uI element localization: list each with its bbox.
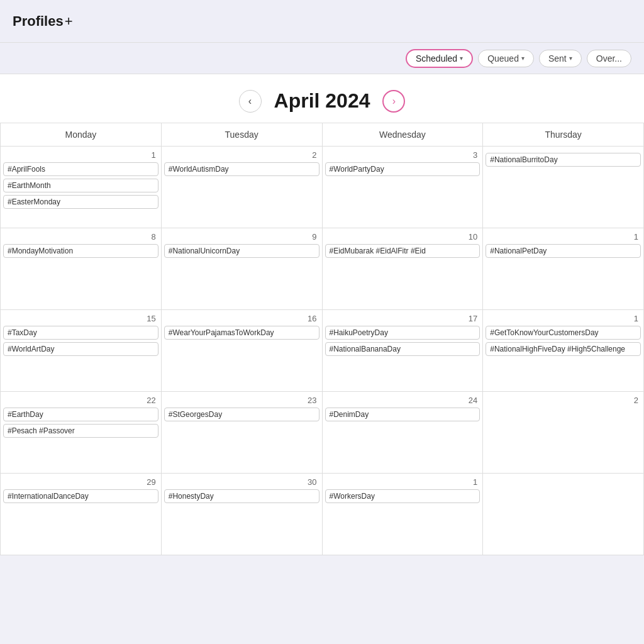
day-number-w2-d1: 16 <box>164 313 319 326</box>
cell-content-w0-d3: #NationalBurritoDay <box>486 153 641 216</box>
tag-pill-w1-d3-t0[interactable]: #NationalPetDay <box>486 244 641 258</box>
calendar-cell-w4-d2[interactable]: 1#WorkersDay <box>322 474 483 555</box>
calendar-cell-w1-d2[interactable]: 10#EidMubarak #EidAlFitr #Eid <box>322 228 483 310</box>
calendar-week-0: 1#AprilFools#EarthMonth#EasterMonday2#Wo… <box>1 147 644 228</box>
tag-pill-w2-d2-t0[interactable]: #HaikuPoetryDay <box>325 326 480 340</box>
calendar-header-row: Monday Tuesday Wednesday Thursday <box>1 123 644 147</box>
cell-content-w2-d3: #GetToKnowYourCustomersDay#NationalHighF… <box>486 326 641 389</box>
day-number-w1-d2: 10 <box>325 231 480 244</box>
cell-content-w3-d1: #StGeorgesDay <box>164 408 319 470</box>
tag-pill-w3-d1-t0[interactable]: #StGeorgesDay <box>164 408 319 421</box>
tag-pill-w1-d0-t0[interactable]: #MondayMotivation <box>3 244 158 258</box>
tab-sent[interactable]: Sent ▾ <box>539 50 582 67</box>
cell-content-w3-d3 <box>486 408 641 470</box>
day-number-w4-d0: 29 <box>3 476 158 489</box>
calendar-cell-w3-d1[interactable]: 23#StGeorgesDay <box>161 392 322 474</box>
calendar-cell-w2-d1[interactable]: 16#WearYourPajamasToWorkDay <box>161 310 322 392</box>
day-number-w2-d2: 17 <box>325 313 480 326</box>
tag-pill-w0-d0-t0[interactable]: #AprilFools <box>3 162 158 176</box>
cell-content-w2-d1: #WearYourPajamasToWorkDay <box>164 326 319 389</box>
calendar-cell-w1-d3[interactable]: 1#NationalPetDay <box>483 228 644 310</box>
calendar-cell-w2-d2[interactable]: 17#HaikuPoetryDay#NationalBananaDay <box>322 310 483 392</box>
calendar-cell-w3-d3[interactable]: 2 <box>483 392 644 474</box>
tab-sent-arrow: ▾ <box>569 55 572 62</box>
day-number-w4-d2: 1 <box>325 476 480 489</box>
calendar-cell-w2-d3[interactable]: 1#GetToKnowYourCustomersDay#NationalHigh… <box>483 310 644 392</box>
tag-pill-w3-d0-t1[interactable]: #Pesach #Passover <box>3 424 158 438</box>
calendar-week-4: 29#InternationalDanceDay30#HonestyDay1#W… <box>1 474 644 555</box>
day-number-w3-d0: 22 <box>3 394 158 408</box>
tab-overview-label: Over... <box>596 53 622 64</box>
calendar-nav: ‹ April 2024 › <box>0 74 644 123</box>
tag-pill-w2-d0-t0[interactable]: #TaxDay <box>3 326 158 340</box>
calendar-cell-w0-d1[interactable]: 2#WorldAutismDay <box>161 147 322 228</box>
tag-pill-w2-d2-t1[interactable]: #NationalBananaDay <box>325 342 480 356</box>
cell-content-w1-d0: #MondayMotivation <box>3 244 158 307</box>
tag-pill-w1-d2-t0[interactable]: #EidMubarak #EidAlFitr #Eid <box>325 244 480 258</box>
cell-content-w0-d2: #WorldPartyDay <box>325 162 480 225</box>
tag-pill-w0-d3-t0[interactable]: #NationalBurritoDay <box>486 153 641 167</box>
calendar-cell-w1-d1[interactable]: 9#NationalUnicornDay <box>161 228 322 310</box>
calendar-cell-w1-d0[interactable]: 8#MondayMotivation <box>1 228 162 310</box>
tab-scheduled[interactable]: Scheduled ▾ <box>406 49 473 68</box>
tag-pill-w0-d0-t1[interactable]: #EarthMonth <box>3 179 158 192</box>
calendar-cell-w3-d2[interactable]: 24#DenimDay <box>322 392 483 474</box>
calendar-cell-w4-d1[interactable]: 30#HonestyDay <box>161 474 322 555</box>
tag-pill-w2-d3-t0[interactable]: #GetToKnowYourCustomersDay <box>486 326 641 340</box>
tag-pill-w0-d1-t0[interactable]: #WorldAutismDay <box>164 162 319 176</box>
cell-content-w4-d3 <box>486 480 641 543</box>
calendar-week-2: 15#TaxDay#WorldArtDay16#WearYourPajamasT… <box>1 310 644 392</box>
tag-pill-w4-d1-t0[interactable]: #HonestyDay <box>164 489 319 503</box>
calendar-table: Monday Tuesday Wednesday Thursday 1#Apri… <box>0 123 644 555</box>
day-number-w3-d3: 2 <box>486 394 641 408</box>
cell-content-w3-d0: #EarthDay#Pesach #Passover <box>3 408 158 470</box>
cell-content-w1-d3: #NationalPetDay <box>486 244 641 307</box>
cell-content-w2-d0: #TaxDay#WorldArtDay <box>3 326 158 389</box>
header-wednesday: Wednesday <box>322 123 483 147</box>
cell-content-w0-d0: #AprilFools#EarthMonth#EasterMonday <box>3 162 158 225</box>
tag-pill-w0-d0-t2[interactable]: #EasterMonday <box>3 195 158 209</box>
header-thursday: Thursday <box>483 123 644 147</box>
header-monday: Monday <box>1 123 162 147</box>
cell-content-w1-d1: #NationalUnicornDay <box>164 244 319 307</box>
day-number-w3-d2: 24 <box>325 394 480 408</box>
calendar-week-3: 22#EarthDay#Pesach #Passover23#StGeorges… <box>1 392 644 474</box>
calendar-cell-w4-d0[interactable]: 29#InternationalDanceDay <box>1 474 162 555</box>
day-number-w1-d1: 9 <box>164 231 319 244</box>
tab-overview[interactable]: Over... <box>587 50 631 67</box>
tag-pill-w3-d0-t0[interactable]: #EarthDay <box>3 408 158 421</box>
tag-pill-w2-d1-t0[interactable]: #WearYourPajamasToWorkDay <box>164 326 319 340</box>
cell-content-w0-d1: #WorldAutismDay <box>164 162 319 225</box>
calendar-cell-w2-d0[interactable]: 15#TaxDay#WorldArtDay <box>1 310 162 392</box>
calendar-cell-w0-d2[interactable]: 3#WorldPartyDay <box>322 147 483 228</box>
prev-month-button[interactable]: ‹ <box>239 90 262 113</box>
next-month-button[interactable]: › <box>382 90 405 113</box>
day-number-w0-d0: 1 <box>3 149 158 162</box>
profiles-plus-button[interactable]: + <box>65 13 73 30</box>
tag-pill-w4-d0-t0[interactable]: #InternationalDanceDay <box>3 489 158 503</box>
tag-pill-w0-d2-t0[interactable]: #WorldPartyDay <box>325 162 480 176</box>
day-number-w0-d1: 2 <box>164 149 319 162</box>
tab-queued-label: Queued <box>487 53 519 64</box>
tag-pill-w1-d1-t0[interactable]: #NationalUnicornDay <box>164 244 319 258</box>
month-title: April 2024 <box>274 89 370 113</box>
tag-pill-w2-d0-t1[interactable]: #WorldArtDay <box>3 342 158 356</box>
tab-scheduled-arrow: ▾ <box>460 55 463 62</box>
calendar-cell-w0-d3[interactable]: #NationalBurritoDay <box>483 147 644 228</box>
tag-pill-w2-d3-t1[interactable]: #NationalHighFiveDay #High5Challenge <box>486 342 641 356</box>
calendar-cell-w4-d3[interactable] <box>483 474 644 555</box>
tab-bar: Scheduled ▾ Queued ▾ Sent ▾ Over... <box>0 43 644 74</box>
cell-content-w4-d1: #HonestyDay <box>164 489 319 552</box>
calendar-cell-w0-d0[interactable]: 1#AprilFools#EarthMonth#EasterMonday <box>1 147 162 228</box>
tag-pill-w3-d2-t0[interactable]: #DenimDay <box>325 408 480 421</box>
tag-pill-w4-d2-t0[interactable]: #WorkersDay <box>325 489 480 503</box>
tab-queued[interactable]: Queued ▾ <box>478 50 534 67</box>
day-number-w2-d0: 15 <box>3 313 158 326</box>
tab-queued-arrow: ▾ <box>521 55 525 62</box>
cell-content-w4-d2: #WorkersDay <box>325 489 480 552</box>
calendar-cell-w3-d0[interactable]: 22#EarthDay#Pesach #Passover <box>1 392 162 474</box>
cell-content-w1-d2: #EidMubarak #EidAlFitr #Eid <box>325 244 480 307</box>
day-number-w1-d0: 8 <box>3 231 158 244</box>
cell-content-w2-d2: #HaikuPoetryDay#NationalBananaDay <box>325 326 480 389</box>
cell-content-w4-d0: #InternationalDanceDay <box>3 489 158 552</box>
